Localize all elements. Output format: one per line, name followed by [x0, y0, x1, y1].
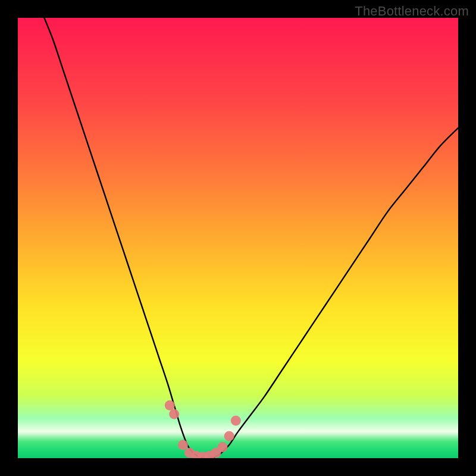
plot-area — [18, 18, 458, 458]
bottleneck-curve — [44, 18, 458, 458]
watermark-text: TheBottleneck.com — [355, 4, 469, 19]
highlight-marker — [218, 442, 228, 452]
highlight-marker — [178, 440, 188, 450]
highlight-marker — [224, 431, 234, 441]
chart-frame: TheBottleneck.com — [0, 0, 476, 476]
highlight-markers — [165, 400, 241, 458]
curve-layer — [18, 18, 458, 458]
highlight-marker — [165, 400, 175, 411]
highlight-marker — [169, 409, 179, 419]
highlight-marker — [231, 416, 241, 426]
